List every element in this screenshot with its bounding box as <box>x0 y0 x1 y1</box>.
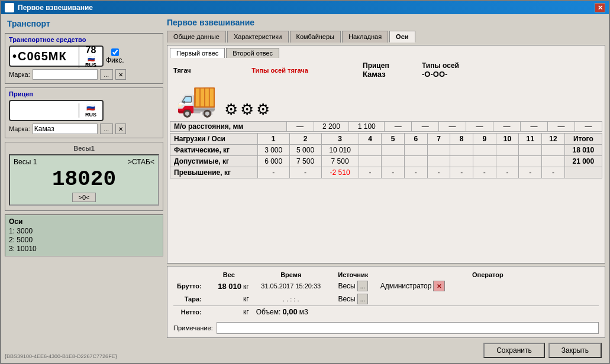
tara-operator-cell <box>377 292 599 306</box>
tara-source-cell: Весы ... <box>330 292 377 306</box>
wheel-3: ⚙ <box>256 100 270 119</box>
trailer-marka-dots-button[interactable]: ... <box>100 124 113 134</box>
list-item: 2: 5000 <box>9 236 159 244</box>
fix-checkbox[interactable] <box>111 48 119 56</box>
axis-2-val: 5000 <box>17 236 33 244</box>
allowed-5 <box>382 156 405 167</box>
excess-1: - <box>257 167 289 178</box>
tab-combiners[interactable]: Комбайнеры <box>290 31 341 43</box>
axes-list: 1: 3000 2: 5000 3: 10010 <box>9 227 159 253</box>
actual-10 <box>496 145 519 156</box>
scales-status: >СТАБ< <box>128 158 154 166</box>
brutto-operator-clear-button[interactable]: ✕ <box>433 281 445 291</box>
window-icon <box>5 3 14 12</box>
actual-11 <box>519 145 542 156</box>
allowed-4 <box>359 156 382 167</box>
axes-panel-title: Оси <box>9 217 159 226</box>
brutto-source: Весы <box>338 282 355 290</box>
vehicle-marka-clear-button[interactable]: ✕ <box>115 69 126 80</box>
plate-row: • С065МК 78 🇷🇺 RUS Фикс. <box>9 46 159 67</box>
trailer-plate-flag: 🇷🇺 <box>86 103 95 112</box>
close-window-button[interactable]: ✕ <box>595 3 605 12</box>
transport-title: Транспорт <box>5 18 163 30</box>
col-tractor-label: Тягач <box>173 67 233 74</box>
netto-unit: кг <box>243 308 249 316</box>
dist-5: — <box>439 122 466 132</box>
trailer-plate-region: 🇷🇺 RUS <box>79 103 100 118</box>
netto-label: Нетто: <box>173 306 205 318</box>
sub-tab-second[interactable]: Второй отвес <box>226 48 279 58</box>
excess-9: - <box>473 167 496 178</box>
trailer-name-value: Камаз <box>363 70 386 79</box>
header-5: 5 <box>382 134 405 145</box>
col-trailer-axis-text: Типы осей <box>422 61 459 70</box>
tara-label: Тара: <box>173 292 205 306</box>
allowed-7 <box>427 156 450 167</box>
fix-label: Фикс. <box>106 56 124 64</box>
actual-12 <box>542 145 565 156</box>
dist-2: 1 100 <box>349 122 385 132</box>
col-trailer-label: Прицеп Камаз <box>363 61 422 79</box>
close-button[interactable]: Закрыть <box>548 343 602 358</box>
brutto-source-cell: Весы ... <box>330 280 377 292</box>
tara-source-button[interactable]: ... <box>357 294 368 304</box>
scales-panel: Весы1 Весы 1 >СТАБ< 18020 >0< <box>5 142 163 211</box>
list-item: 3: 10010 <box>9 245 159 253</box>
axes-panel: Оси 1: 3000 2: 5000 3: 10010 <box>5 214 163 256</box>
excess-11: - <box>519 167 542 178</box>
header-7: 7 <box>427 134 450 145</box>
brutto-label: Брутто: <box>173 280 205 292</box>
tab-general[interactable]: Общие данные <box>167 31 226 43</box>
allowed-9 <box>473 156 496 167</box>
header-4: 4 <box>359 134 382 145</box>
allowed-6 <box>405 156 428 167</box>
plate-dot: • <box>12 50 17 63</box>
save-button[interactable]: Сохранить <box>483 343 545 358</box>
header-1: 1 <box>257 134 289 145</box>
vehicle-marka-input[interactable] <box>33 69 98 80</box>
dist-10: — <box>575 122 602 132</box>
note-input[interactable] <box>217 322 599 334</box>
trailer-marka-clear-button[interactable]: ✕ <box>115 124 126 134</box>
header-2: 2 <box>289 134 321 145</box>
tara-time: . . : : . <box>253 292 330 306</box>
vehicle-group-title: Транспортное средство <box>9 36 159 43</box>
sub-tabs: Первый отвес Второй отвес <box>170 48 602 58</box>
axis-3-val: 10010 <box>17 245 36 253</box>
trailer-group-title: Прицеп <box>9 90 159 98</box>
vehicle-plate: • С065МК 78 🇷🇺 RUS <box>9 46 104 67</box>
col-header-operator: Оператор <box>377 270 599 280</box>
header-8: 8 <box>450 134 473 145</box>
scales-title: Весы1 <box>9 145 159 152</box>
tab-invoice[interactable]: Накладная <box>342 31 388 43</box>
bottom-panel: Вес Время Источник Оператор Брутто: 18 0… <box>167 266 605 338</box>
dist-9: — <box>548 122 575 132</box>
excess-4: - <box>359 167 382 178</box>
truck-graphic-row: 🚚 ⚙ ⚙ ⚙ <box>170 80 602 121</box>
trailer-marka-input[interactable] <box>33 124 98 134</box>
scales-zero-button[interactable]: >0< <box>72 193 96 202</box>
excess-7: - <box>427 167 450 178</box>
brutto-value-cell: 18 010 кг <box>205 280 253 292</box>
header-3: 3 <box>321 134 359 145</box>
dist-1: 2 200 <box>314 122 349 132</box>
excess-10: - <box>496 167 519 178</box>
row-excess-label: Превышение, кг <box>170 167 258 178</box>
list-item: 1: 3000 <box>9 227 159 235</box>
vehicle-marka-dots-button[interactable]: ... <box>100 69 113 80</box>
row-allowed-label: Допустимые, кг <box>170 156 258 167</box>
dist-8: — <box>521 122 548 132</box>
actual-5 <box>382 145 405 156</box>
tab-axes[interactable]: Оси <box>389 31 415 43</box>
excess-12: - <box>542 167 565 178</box>
table-row: Нетто: кг Объем: 0,00 м3 <box>173 306 599 318</box>
sub-tab-first[interactable]: Первый отвес <box>170 48 225 58</box>
wheel-1: ⚙ <box>224 100 238 119</box>
allowed-10 <box>496 156 519 167</box>
col-trailer-axis-label: Типы осей -О-ОО- <box>422 61 599 79</box>
trailer-plate-rus: RUS <box>85 112 96 118</box>
tab-characteristics[interactable]: Характеристики <box>227 31 289 43</box>
brutto-source-button[interactable]: ... <box>357 281 368 291</box>
axis-pattern-value: -О-ОО- <box>422 70 447 79</box>
dist-4: — <box>412 122 439 132</box>
